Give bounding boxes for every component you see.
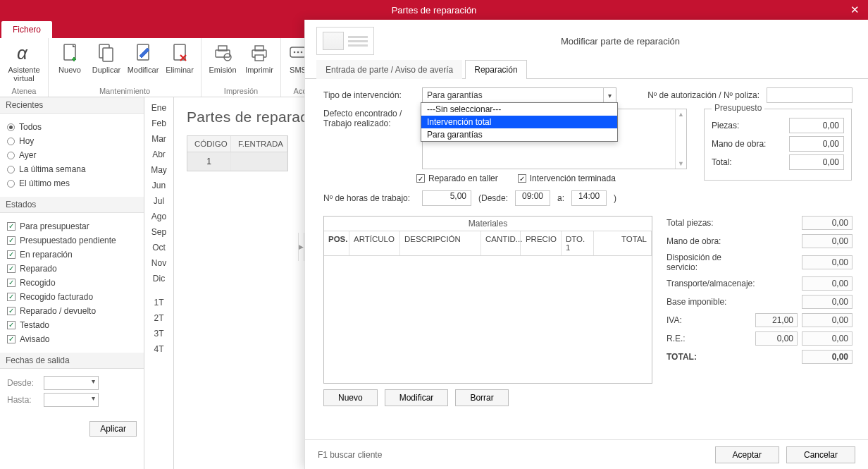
svg-point-15 xyxy=(301,51,303,54)
estado-option[interactable]: Reparado / devuelto xyxy=(7,306,137,316)
estados-header: Estados xyxy=(0,197,144,213)
col-cantidad[interactable]: CANTID... xyxy=(481,231,521,255)
aceptar-button[interactable]: Aceptar xyxy=(715,446,779,463)
tab-reparacion[interactable]: Reparación xyxy=(465,60,526,79)
col-descripcion[interactable]: DESCRIPCIÓN xyxy=(400,231,481,255)
col-fentrada[interactable]: F.ENTRADA xyxy=(231,136,287,152)
total-value: 0,00 xyxy=(802,234,852,248)
checkbox-icon xyxy=(7,264,16,273)
checkbox-icon xyxy=(7,335,16,343)
splitter-handle[interactable]: ▶ xyxy=(298,233,304,261)
table-row[interactable]: 1 xyxy=(187,152,287,171)
col-pos[interactable]: POS. xyxy=(324,231,349,255)
material-borrar-button[interactable]: Borrar xyxy=(455,389,508,406)
month-item[interactable]: Oct xyxy=(144,240,173,255)
col-articulo[interactable]: ARTÍCULO xyxy=(349,231,400,255)
col-codigo[interactable]: CÓDIGO xyxy=(187,136,231,152)
estado-option[interactable]: Recogido facturado xyxy=(7,292,137,302)
page-edit-icon xyxy=(131,41,155,65)
month-item[interactable]: 1T xyxy=(144,295,173,310)
month-item[interactable]: Jun xyxy=(144,178,173,193)
tab-entrada[interactable]: Entrada de parte / Aviso de avería xyxy=(316,60,462,79)
svg-rect-11 xyxy=(255,55,264,61)
presup-value[interactable]: 0,00 xyxy=(789,154,844,170)
materiales-table: Materiales POS. ARTÍCULO DESCRIPCIÓN CAN… xyxy=(323,216,652,384)
reciente-option[interactable]: Hoy xyxy=(7,136,137,146)
horas-input[interactable]: 5,00 xyxy=(422,190,471,206)
material-nuevo-button[interactable]: Nuevo xyxy=(323,389,378,406)
aplicar-button[interactable]: Aplicar xyxy=(89,421,137,437)
total-label: Base imponible: xyxy=(666,297,751,307)
reciente-option[interactable]: Ayer xyxy=(7,150,137,160)
reciente-option[interactable]: Todos xyxy=(7,122,137,132)
chevron-up-icon: ▲ xyxy=(678,111,684,118)
filters-panel: Recientes TodosHoyAyerLa última semanaEl… xyxy=(0,97,144,469)
ribbon-group-label: Mantenimiento xyxy=(51,87,198,97)
cancelar-button[interactable]: Cancelar xyxy=(786,446,855,463)
estado-option[interactable]: Para presupuestar xyxy=(7,221,137,231)
option-label: Hoy xyxy=(19,136,34,146)
total-label: Total piezas: xyxy=(666,218,751,228)
month-item[interactable]: Ene xyxy=(144,100,173,116)
month-strip: EneFebMarAbrMayJunJulAgoSepOctNovDic1T2T… xyxy=(144,97,174,469)
asistente-virtual-button[interactable]: α Asistente virtual xyxy=(3,39,45,83)
estado-option[interactable]: Avisado xyxy=(7,334,137,344)
total-extra-input[interactable]: 21,00 xyxy=(755,313,798,327)
month-item[interactable]: Sep xyxy=(144,224,173,240)
svg-rect-3 xyxy=(103,48,113,61)
modal-title: Modificar parte de reparación xyxy=(384,36,857,47)
month-item[interactable]: 2T xyxy=(144,310,173,326)
dropdown-option[interactable]: Intervención total xyxy=(421,116,617,128)
month-item[interactable]: May xyxy=(144,162,173,178)
auth-input[interactable] xyxy=(767,87,852,103)
col-total[interactable]: TOTAL xyxy=(594,231,652,255)
materiales-body[interactable] xyxy=(324,256,652,383)
desde-label: Desde: xyxy=(7,378,38,388)
intervencion-terminada-checkbox[interactable]: Intervención terminada xyxy=(518,173,616,183)
estado-option[interactable]: Recogido xyxy=(7,278,137,288)
material-modificar-button[interactable]: Modificar xyxy=(385,389,449,406)
checkbox-icon xyxy=(7,321,16,329)
month-item[interactable]: 4T xyxy=(144,341,173,357)
total-extra-input[interactable]: 0,00 xyxy=(755,331,798,346)
dropdown-option[interactable]: ---Sin seleccionar--- xyxy=(421,103,617,116)
page-new-icon xyxy=(58,41,82,65)
page-duplicate-icon xyxy=(94,41,118,65)
tipo-intervencion-combo[interactable]: Para garantías ▾ xyxy=(422,87,616,103)
desde-hora-input[interactable]: 09:00 xyxy=(515,190,550,206)
dropdown-option[interactable]: Para garantías xyxy=(421,128,617,141)
scrollbar[interactable]: ▲▼ xyxy=(675,109,686,169)
hasta-hora-input[interactable]: 14:00 xyxy=(571,190,607,206)
presup-value[interactable]: 0,00 xyxy=(789,118,844,133)
reciente-option[interactable]: La última semana xyxy=(7,164,137,174)
reciente-option[interactable]: El último mes xyxy=(7,178,137,188)
presup-label: Piezas: xyxy=(712,121,739,130)
col-precio[interactable]: PRECIO xyxy=(521,231,562,255)
tipo-intervencion-dropdown[interactable]: ---Sin seleccionar--- Intervención total… xyxy=(421,102,618,142)
month-item[interactable]: Feb xyxy=(144,116,173,131)
month-item[interactable]: Mar xyxy=(144,131,173,147)
window-close-button[interactable]: ✕ xyxy=(841,0,868,20)
option-label: Para presupuestar xyxy=(20,221,89,231)
radio-icon xyxy=(7,123,15,131)
month-item[interactable]: Abr xyxy=(144,147,173,162)
month-item[interactable]: Jul xyxy=(144,193,173,209)
defecto-label-1: Defecto encontrado / xyxy=(323,109,415,118)
desde-date-combo[interactable] xyxy=(44,376,99,390)
option-label: Reparado / devuelto xyxy=(20,306,96,316)
ribbon-group-label: Atenea xyxy=(3,87,45,97)
reparado-taller-checkbox[interactable]: Reparado en taller xyxy=(416,173,498,183)
estado-option[interactable]: Reparado xyxy=(7,264,137,274)
total-label: IVA: xyxy=(666,315,751,325)
month-item[interactable]: Dic xyxy=(144,271,173,286)
estado-option[interactable]: En reparación xyxy=(7,250,137,260)
month-item[interactable]: 3T xyxy=(144,326,173,341)
col-dto1[interactable]: DTO. 1 xyxy=(562,231,594,255)
hasta-date-combo[interactable] xyxy=(44,393,99,407)
estado-option[interactable]: Testado xyxy=(7,320,137,330)
month-item[interactable]: Ago xyxy=(144,209,173,224)
file-tab[interactable]: Fichero xyxy=(1,21,52,38)
estado-option[interactable]: Presupuestado pendiente xyxy=(7,236,137,245)
presup-value[interactable]: 0,00 xyxy=(789,136,844,152)
month-item[interactable]: Nov xyxy=(144,255,173,271)
